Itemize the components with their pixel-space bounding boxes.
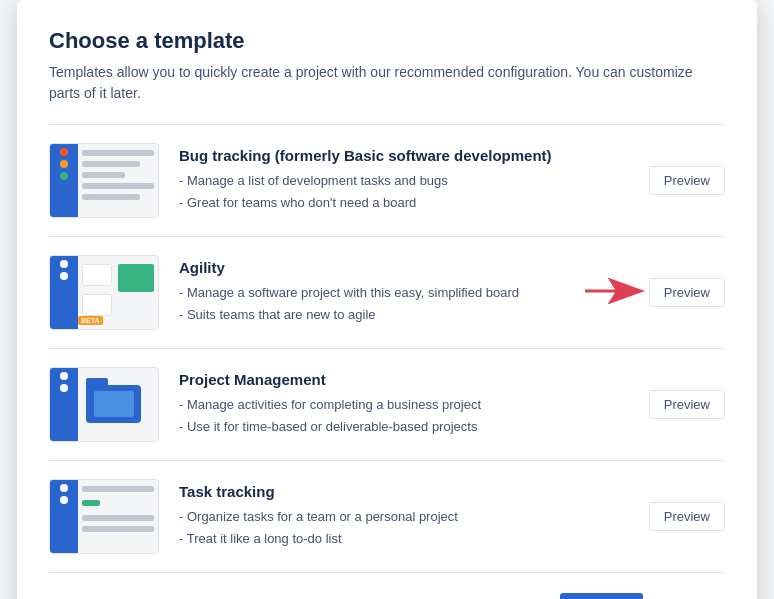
dialog-footer: Select Cancel [49, 573, 725, 599]
template-item-agility: BETA Agility - Manage a software project… [49, 237, 725, 349]
template-name-agility: Agility [179, 259, 633, 276]
preview-button-task[interactable]: Preview [649, 502, 725, 531]
template-desc-bug-line1: - Manage a list of development tasks and… [179, 170, 633, 192]
template-desc-task-line2: - Treat it like a long to-do list [179, 528, 633, 550]
select-button[interactable]: Select [560, 593, 643, 599]
template-name-task: Task tracking [179, 483, 633, 500]
template-desc-agility-line1: - Manage a software project with this ea… [179, 282, 633, 304]
template-desc-pm-line1: - Manage activities for completing a bus… [179, 394, 633, 416]
preview-button-pm[interactable]: Preview [649, 390, 725, 419]
template-info-agility: Agility - Manage a software project with… [179, 259, 633, 326]
template-desc-agility: - Manage a software project with this ea… [179, 282, 633, 326]
template-desc-pm-line2: - Use it for time-based or deliverable-b… [179, 416, 633, 438]
template-item-task: Task tracking - Organize tasks for a tea… [49, 461, 725, 573]
template-item-bug-tracking: Bug tracking (formerly Basic software de… [49, 125, 725, 237]
preview-button-bug[interactable]: Preview [649, 166, 725, 195]
template-desc-task: - Organize tasks for a team or a persona… [179, 506, 633, 550]
template-item-pm: Project Management - Manage activities f… [49, 349, 725, 461]
template-thumbnail-agility: BETA [49, 255, 159, 330]
template-thumbnail-pm [49, 367, 159, 442]
template-desc-agility-line2: - Suits teams that are new to agile [179, 304, 633, 326]
template-desc-bug-line2: - Great for teams who don't need a board [179, 192, 633, 214]
dialog-title: Choose a template [49, 28, 725, 54]
template-info-pm: Project Management - Manage activities f… [179, 371, 633, 438]
template-info-task: Task tracking - Organize tasks for a tea… [179, 483, 633, 550]
cancel-button[interactable]: Cancel [653, 593, 725, 599]
template-list: Bug tracking (formerly Basic software de… [49, 125, 725, 573]
dialog-subtitle: Templates allow you to quickly create a … [49, 62, 725, 104]
template-name-bug: Bug tracking (formerly Basic software de… [179, 147, 633, 164]
template-info-bug: Bug tracking (formerly Basic software de… [179, 147, 633, 214]
template-desc-task-line1: - Organize tasks for a team or a persona… [179, 506, 633, 528]
template-thumbnail-task [49, 479, 159, 554]
template-desc-pm: - Manage activities for completing a bus… [179, 394, 633, 438]
template-thumbnail-bug [49, 143, 159, 218]
beta-badge: BETA [78, 316, 103, 325]
template-desc-bug: - Manage a list of development tasks and… [179, 170, 633, 214]
preview-button-agility[interactable]: Preview [649, 278, 725, 307]
choose-template-dialog: Choose a template Templates allow you to… [17, 0, 757, 599]
template-name-pm: Project Management [179, 371, 633, 388]
